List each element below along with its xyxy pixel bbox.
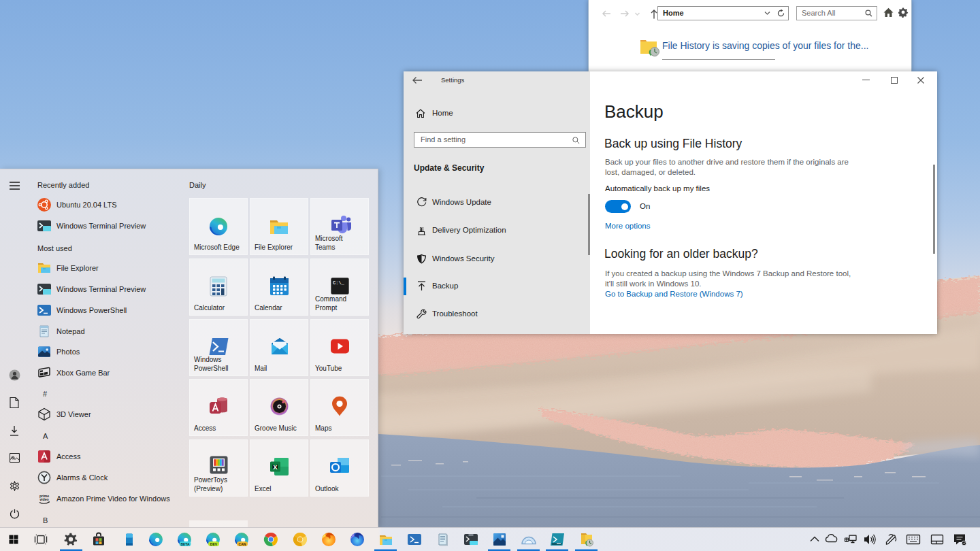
- svg-text:X: X: [273, 463, 278, 471]
- svg-text:C:\_: C:\_: [333, 280, 345, 286]
- svg-text:CAN: CAN: [239, 542, 246, 546]
- svg-text:DEV: DEV: [210, 542, 218, 546]
- svg-text:BETA: BETA: [180, 542, 190, 546]
- svg-text:video: video: [39, 497, 49, 501]
